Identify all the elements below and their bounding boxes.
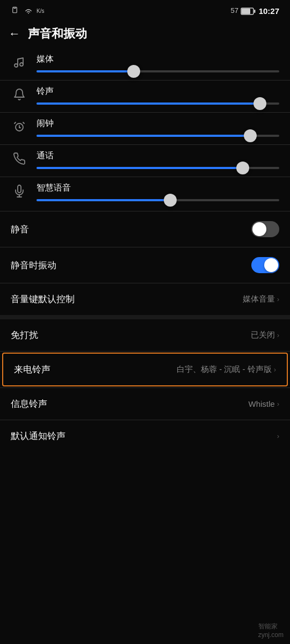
ringtone-chevron-icon: ›: [274, 365, 276, 374]
bell-icon: [11, 88, 28, 101]
svg-point-5: [15, 64, 18, 67]
music-icon: [11, 56, 28, 69]
wifi-icon: [24, 6, 33, 16]
setting-notification-tone[interactable]: 默认通知铃声 ›: [0, 420, 290, 452]
status-time: 10:27: [259, 6, 279, 16]
volume-key-value: 媒体音量 ›: [243, 294, 279, 304]
network-speed: K/s: [37, 8, 44, 14]
phone-icon: [11, 152, 28, 165]
vibrate-mute-toggle-knob: [264, 258, 278, 272]
volume-alarm-content: 闹钟: [37, 118, 279, 137]
back-button[interactable]: ←: [9, 28, 20, 40]
volume-ringtone-content: 铃声: [37, 86, 279, 105]
volume-call: 通话: [0, 145, 290, 177]
status-left: K/s: [11, 6, 44, 16]
notification-tone-chevron-icon: ›: [277, 432, 279, 440]
mute-toggle[interactable]: [251, 221, 279, 237]
svg-rect-4: [242, 9, 250, 14]
status-bar: K/s 57 10:27: [0, 0, 290, 19]
volume-alarm-slider[interactable]: [37, 135, 279, 137]
setting-ringtone[interactable]: 来电铃声 白宇、杨蓉 - 沉眠 - 铃声版 ›: [2, 353, 288, 386]
volume-voice-slider[interactable]: [37, 199, 279, 201]
volume-media-slider[interactable]: [37, 70, 279, 72]
notification-tone-label: 默认通知铃声: [11, 430, 66, 442]
setting-volume-key[interactable]: 音量键默认控制 媒体音量 ›: [0, 283, 290, 315]
dnd-chevron-icon: ›: [277, 331, 279, 339]
volume-ringtone-label: 铃声: [37, 86, 279, 97]
battery-level: 57: [231, 6, 256, 15]
volume-controls: 媒体 铃声: [0, 48, 290, 209]
volume-ringtone-slider[interactable]: [37, 103, 279, 105]
toggle-settings: 静音 静音时振动 音量键默认控制 媒体音量 ›: [0, 211, 290, 315]
volume-alarm-label: 闹钟: [37, 118, 279, 129]
page-header: ← 声音和振动: [0, 19, 290, 48]
volume-call-label: 通话: [37, 150, 279, 162]
page-title: 声音和振动: [28, 26, 87, 42]
mute-label: 静音: [11, 223, 29, 236]
setting-vibrate-mute[interactable]: 静音时振动: [0, 247, 290, 283]
svg-rect-3: [254, 10, 256, 13]
vibrate-mute-toggle[interactable]: [251, 257, 279, 273]
volume-voice-label: 智慧语音: [37, 182, 279, 194]
volume-key-label: 音量键默认控制: [11, 293, 75, 305]
volume-voice: 智慧语音: [0, 177, 290, 209]
ringtone-value: 白宇、杨蓉 - 沉眠 - 铃声版 ›: [177, 364, 276, 375]
sim-icon: [11, 6, 20, 16]
svg-point-1: [28, 13, 29, 14]
mic-icon: [11, 185, 28, 197]
ringtone-row-wrapper: 来电铃声 白宇、杨蓉 - 沉眠 - 铃声版 ›: [0, 352, 290, 387]
notification-tone-value: ›: [277, 432, 279, 440]
chevron-icon: ›: [277, 295, 279, 303]
volume-call-slider[interactable]: [37, 167, 279, 169]
watermark: 智能家 zynj.com: [258, 622, 284, 639]
mute-toggle-knob: [252, 222, 266, 236]
setting-message-tone[interactable]: 信息铃声 Whistle ›: [0, 388, 290, 420]
volume-voice-content: 智慧语音: [37, 182, 279, 201]
setting-mute[interactable]: 静音: [0, 211, 290, 247]
setting-dnd[interactable]: 免打扰 已关闭 ›: [0, 319, 290, 351]
message-tone-value: Whistle ›: [248, 399, 279, 408]
message-tone-chevron-icon: ›: [277, 400, 279, 408]
message-tone-label: 信息铃声: [11, 398, 47, 410]
volume-media-label: 媒体: [37, 54, 279, 65]
settings-section-2: 免打扰 已关闭 › 来电铃声 白宇、杨蓉 - 沉眠 - 铃声版 › 信息铃声 W…: [0, 319, 290, 452]
svg-rect-0: [13, 7, 17, 13]
vibrate-mute-label: 静音时振动: [11, 259, 56, 272]
battery-icon: [241, 8, 256, 15]
status-right: 57 10:27: [231, 6, 279, 16]
ringtone-label: 来电铃声: [14, 363, 50, 376]
volume-media: 媒体: [0, 48, 290, 80]
dnd-value: 已关闭 ›: [251, 330, 279, 340]
dnd-label: 免打扰: [11, 329, 38, 341]
volume-call-content: 通话: [37, 150, 279, 169]
clock-icon: [11, 120, 28, 133]
volume-ringtone: 铃声: [0, 80, 290, 112]
volume-media-content: 媒体: [37, 54, 279, 72]
volume-alarm: 闹钟: [0, 113, 290, 144]
